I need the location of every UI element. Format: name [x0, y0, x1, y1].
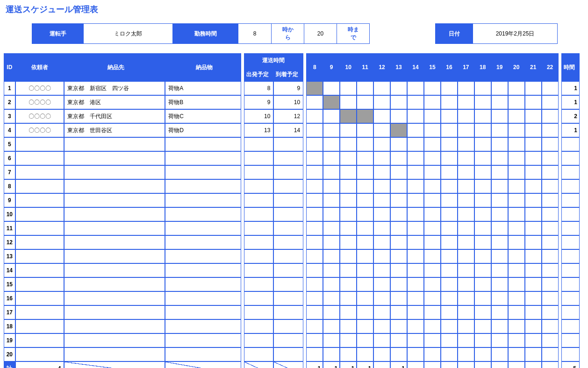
table-row: 16	[4, 291, 580, 305]
cell-hour	[458, 333, 474, 347]
header-hour-8: 8	[306, 53, 323, 81]
cell-hour	[491, 235, 508, 249]
cell-hour	[323, 305, 340, 319]
cell-duration: 1	[561, 95, 580, 109]
cell-hour	[542, 137, 559, 151]
cell-item: 荷物A	[165, 81, 241, 95]
cell-item	[165, 221, 241, 235]
cell-dest	[64, 235, 165, 249]
cell-hour	[407, 249, 424, 263]
cell-hour	[424, 249, 441, 263]
cell-hour	[323, 277, 340, 291]
cell-client	[15, 263, 65, 277]
cell-hour	[323, 95, 340, 109]
cell-arr: 10	[273, 95, 303, 109]
cell-hour	[542, 151, 559, 165]
summary-hour	[474, 361, 491, 368]
header-hour-12: 12	[373, 53, 390, 81]
header-id: ID	[4, 53, 15, 81]
cell-hour	[373, 249, 390, 263]
from-label: 時から	[271, 24, 304, 43]
cell-hour	[323, 109, 340, 123]
header-dep: 出発予定	[244, 67, 274, 81]
cell-client	[15, 291, 65, 305]
table-row: 5	[4, 137, 580, 151]
cell-hour	[373, 123, 390, 137]
cell-hour	[491, 249, 508, 263]
cell-item: 荷物B	[165, 95, 241, 109]
cell-hour	[306, 319, 323, 333]
cell-hour	[323, 179, 340, 193]
cell-hour	[390, 347, 407, 361]
cell-hour	[306, 109, 323, 123]
cell-hour	[306, 235, 323, 249]
cell-hour	[407, 137, 424, 151]
cell-hour	[424, 151, 441, 165]
cell-hour	[390, 109, 407, 123]
cell-hour	[474, 291, 491, 305]
cell-client	[15, 193, 65, 207]
summary-hour	[458, 361, 474, 368]
cell-dest	[64, 193, 165, 207]
cell-hour	[407, 165, 424, 179]
cell-hour	[491, 193, 508, 207]
cell-hour	[441, 95, 458, 109]
cell-hour	[424, 179, 441, 193]
cell-dest	[64, 319, 165, 333]
cell-hour	[373, 193, 390, 207]
cell-hour	[340, 95, 357, 109]
date-value: 2019年2月25日	[473, 24, 557, 43]
cell-hour	[340, 165, 357, 179]
cell-id: 2	[4, 95, 15, 109]
cell-hour	[357, 81, 373, 95]
cell-hour	[474, 333, 491, 347]
cell-duration	[561, 305, 580, 319]
cell-arr: 12	[273, 109, 303, 123]
cell-duration	[561, 151, 580, 165]
cell-hour	[508, 347, 525, 361]
cell-hour	[306, 179, 323, 193]
cell-dest	[64, 347, 165, 361]
cell-hour	[458, 291, 474, 305]
cell-hour	[407, 179, 424, 193]
cell-hour	[357, 249, 373, 263]
cell-hour	[491, 333, 508, 347]
cell-hour	[525, 81, 542, 95]
cell-client	[15, 305, 65, 319]
table-row: 9	[4, 193, 580, 207]
cell-item	[165, 305, 241, 319]
header-hour-9: 9	[323, 53, 340, 81]
cell-hour	[407, 207, 424, 221]
cell-duration	[561, 347, 580, 361]
table-row: 6	[4, 151, 580, 165]
cell-hour	[357, 347, 373, 361]
cell-hour	[340, 291, 357, 305]
cell-hour	[441, 207, 458, 221]
cell-id: 18	[4, 319, 15, 333]
cell-hour	[373, 291, 390, 305]
cell-hour	[542, 235, 559, 249]
cell-hour	[373, 319, 390, 333]
cell-client: 〇〇〇〇	[15, 109, 65, 123]
cell-hour	[373, 235, 390, 249]
cell-hour	[508, 123, 525, 137]
cell-client	[15, 179, 65, 193]
summary-hour: 1	[390, 361, 407, 368]
cell-dest	[64, 263, 165, 277]
cell-duration	[561, 263, 580, 277]
cell-hour	[474, 235, 491, 249]
cell-hour	[525, 263, 542, 277]
cell-hour	[340, 319, 357, 333]
cell-dest	[64, 221, 165, 235]
cell-hour	[390, 277, 407, 291]
cell-duration	[561, 165, 580, 179]
cell-hour	[340, 193, 357, 207]
table-row: 7	[4, 165, 580, 179]
cell-hour	[424, 305, 441, 319]
cell-hour	[357, 95, 373, 109]
cell-hour	[441, 249, 458, 263]
cell-hour	[458, 249, 474, 263]
cell-hour	[407, 151, 424, 165]
cell-hour	[323, 207, 340, 221]
cell-hour	[542, 193, 559, 207]
